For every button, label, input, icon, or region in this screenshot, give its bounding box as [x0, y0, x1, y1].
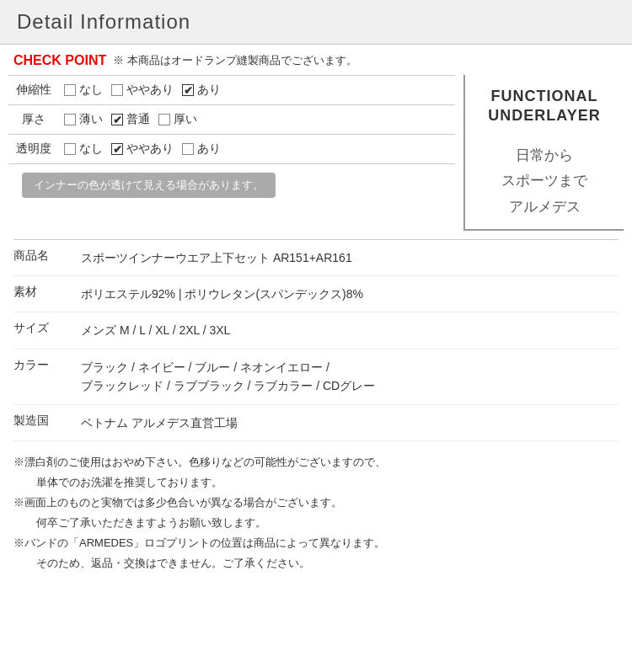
check-point-row: CHECK POINT ※ 本商品はオードランプ縫製商品でございます。	[0, 45, 632, 75]
product-info: 商品名スポーツインナーウエア上下セット AR151+AR161素材ポリエステル9…	[13, 239, 619, 441]
spec-option-item: ✔普通	[111, 112, 150, 127]
info-value: ベトナム アルメデス直営工場	[81, 413, 619, 432]
spec-label: 厚さ	[8, 105, 59, 135]
spec-label: 伸縮性	[8, 76, 59, 105]
note-line: ※バンドの「ARMEDES」ロゴプリントの位置は商品によって異なります。	[13, 534, 619, 552]
notice-badge-container: インナーの色が透けて見える場合があります。	[8, 164, 455, 211]
checkbox-empty	[158, 114, 170, 125]
product-info-row: カラーブラック / ネイビー / ブルー / ネオンイエロー /ブラックレッド …	[13, 349, 619, 405]
page-container: Detail Information CHECK POINT ※ 本商品はオード…	[0, 0, 632, 573]
spec-option-item: なし	[64, 141, 103, 157]
functional-box: FUNCTIONAL UNDERLAYER 日常から スポーツまで アルメデス	[463, 75, 624, 231]
spec-options: なし✔ややありあり	[64, 141, 450, 157]
checkbox-checked: ✔	[111, 143, 123, 155]
info-value: ブラック / ネイビー / ブルー / ネオンイエロー /ブラックレッド / ラ…	[81, 358, 619, 396]
option-label: 普通	[126, 112, 150, 127]
option-label: なし	[79, 83, 103, 98]
info-label: 素材	[13, 285, 81, 300]
info-value: スポーツインナーウエア上下セット AR151+AR161	[81, 248, 619, 267]
option-label: なし	[79, 141, 103, 157]
product-info-row: 商品名スポーツインナーウエア上下セット AR151+AR161	[13, 240, 619, 276]
note-line-indent: 何卒ご了承いただきますようお願い致します。	[13, 514, 619, 532]
product-info-row: サイズメンズ M / L / XL / 2XL / 3XL	[13, 312, 619, 349]
note-line-indent: そのため、返品・交換はできません。ご了承ください。	[13, 554, 619, 573]
spec-option-item: あり	[182, 141, 221, 157]
option-label: あり	[197, 141, 221, 157]
option-label: ややあり	[126, 141, 174, 157]
option-label: 厚い	[174, 112, 197, 127]
info-label: サイズ	[13, 321, 81, 336]
check-point-text: ※ 本商品はオードランプ縫製商品でございます。	[113, 53, 357, 68]
notes-section: ※漂白剤のご使用はおやめ下さい。色移りなどの可能性がございますので、 単体でのお…	[13, 453, 619, 573]
notice-badge: インナーの色が透けて見える場合があります。	[22, 173, 276, 198]
option-label: ややあり	[126, 83, 174, 98]
spec-option-item: ✔あり	[182, 83, 221, 98]
spec-options: なしややあり✔あり	[64, 83, 450, 98]
check-point-label: CHECK POINT	[13, 53, 106, 68]
checkbox-empty	[182, 143, 194, 155]
product-info-row: 素材ポリエステル92% | ポリウレタン(スパンデックス)8%	[13, 276, 619, 312]
checkbox-checked: ✔	[182, 84, 194, 96]
checkbox-checked: ✔	[111, 114, 123, 125]
checkbox-empty	[64, 114, 76, 125]
checkbox-empty	[64, 143, 76, 155]
info-label: カラー	[13, 358, 81, 373]
info-value: メンズ M / L / XL / 2XL / 3XL	[81, 321, 619, 339]
info-label: 商品名	[13, 248, 81, 264]
option-label: あり	[197, 83, 221, 98]
main-area: 伸縮性なしややあり✔あり厚さ薄い✔普通厚い透明度なし✔ややありあり インナーの色…	[0, 75, 632, 231]
spec-option-item: 厚い	[158, 112, 197, 127]
spec-label: 透明度	[8, 135, 59, 164]
spec-option-item: ✔ややあり	[111, 141, 174, 157]
specs-table: 伸縮性なしややあり✔あり厚さ薄い✔普通厚い透明度なし✔ややありあり	[8, 75, 455, 164]
checkbox-empty	[111, 84, 123, 96]
functional-title: FUNCTIONAL UNDERLAYER	[488, 87, 600, 126]
product-info-row: 製造国ベトナム アルメデス直営工場	[13, 405, 619, 441]
spec-option-item: 薄い	[64, 112, 103, 127]
spec-option-item: なし	[64, 83, 103, 98]
note-line-indent: 単体でのお洗濯を推奨しております。	[13, 473, 619, 492]
functional-subtitle: 日常から スポーツまで アルメデス	[501, 143, 587, 221]
checkbox-empty	[64, 84, 76, 96]
detail-header: Detail Information	[0, 0, 632, 45]
spec-options: 薄い✔普通厚い	[64, 112, 450, 127]
info-value: ポリエステル92% | ポリウレタン(スパンデックス)8%	[81, 285, 619, 303]
spec-option-item: ややあり	[111, 83, 174, 98]
note-line: ※漂白剤のご使用はおやめ下さい。色移りなどの可能性がございますので、	[13, 453, 619, 472]
page-title: Detail Information	[17, 10, 615, 34]
info-label: 製造国	[13, 413, 81, 429]
note-line: ※画面上のものと実物では多少色合いが異なる場合がございます。	[13, 493, 619, 512]
option-label: 薄い	[79, 112, 103, 127]
specs-left: 伸縮性なしややあり✔あり厚さ薄い✔普通厚い透明度なし✔ややありあり インナーの色…	[8, 75, 455, 231]
